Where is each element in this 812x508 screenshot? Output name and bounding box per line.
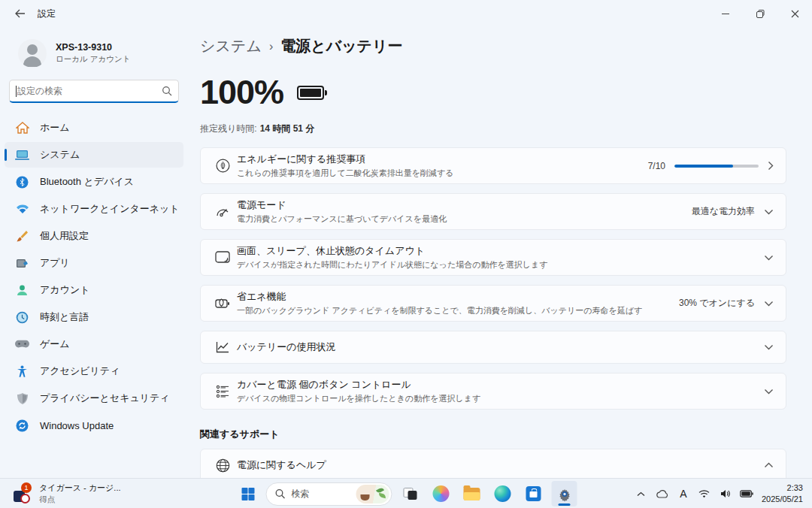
globe-icon: [208, 458, 237, 473]
chevron-down-icon: [764, 389, 774, 395]
sidebar-item-home[interactable]: ホーム: [5, 115, 183, 141]
task-view-button[interactable]: [398, 481, 423, 506]
leaf-icon: [208, 159, 237, 173]
windows-logo-icon: [241, 488, 254, 500]
minimize-button[interactable]: [708, 0, 743, 27]
card-power-help[interactable]: 電源に関するヘルプ: [200, 449, 786, 478]
wifi-icon: [15, 202, 29, 216]
settings-search: [9, 80, 179, 103]
accessibility-icon: [15, 364, 29, 379]
sidebar-item-system[interactable]: システム: [5, 142, 183, 168]
taskbar-search-label: 検索: [292, 488, 350, 500]
titlebar: 設定: [0, 0, 812, 27]
search-input[interactable]: [9, 80, 179, 103]
bluetooth-icon: [15, 175, 29, 189]
energy-progress-bar: [674, 165, 759, 168]
battery-summary: 100%: [200, 73, 786, 112]
sidebar-item-apps[interactable]: アプリ: [5, 250, 183, 276]
card-energy-recommendations[interactable]: エネルギーに関する推奨事項 これらの推奨事項を適用して二酸化炭素排出量を削減する…: [200, 147, 786, 184]
chevron-down-icon: [764, 209, 774, 215]
energy-score: 7/10: [648, 161, 665, 171]
card-screen-sleep-timeouts[interactable]: 画面、スリープ、休止状態のタイムアウト デバイスが指定された時間にわたりアイドル…: [200, 239, 786, 276]
copilot-button[interactable]: [429, 481, 454, 506]
clock-icon: [15, 310, 29, 325]
chevron-down-icon: [764, 301, 774, 307]
update-icon: [15, 419, 29, 433]
widgets-button[interactable]: 1 タイガース - カージ... 得点: [8, 481, 127, 506]
sidebar-nav: ホーム システム Bluetooth とデバイス ネットワークとインターネット …: [0, 110, 188, 438]
widget-headline: タイガース - カージ...: [39, 482, 121, 494]
sidebar: XPS-13-9310 ローカル アカウント ホーム システム Bluetoot…: [0, 27, 188, 478]
sidebar-item-privacy[interactable]: プライバシーとセキュリティ: [5, 386, 183, 411]
window-controls: [708, 0, 812, 27]
account-card[interactable]: XPS-13-9310 ローカル アカウント: [0, 33, 188, 78]
start-button[interactable]: [235, 481, 261, 506]
clock[interactable]: 2:33 2025/05/21: [759, 482, 807, 505]
sidebar-item-network[interactable]: ネットワークとインターネット: [5, 196, 183, 222]
ime-indicator[interactable]: A: [674, 482, 692, 505]
card-energy-saver[interactable]: 省エネ機能 一部のバックグラウンド アクティビティを制限することで、電力消費を削…: [200, 285, 786, 322]
sidebar-item-windows-update[interactable]: Windows Update: [5, 413, 183, 438]
gamepad-icon: [15, 337, 29, 352]
edge-button[interactable]: [490, 481, 516, 506]
card-lid-power-controls[interactable]: カバーと電源 個のボタン コントロール デバイスの物理コントロールを操作したとき…: [200, 373, 786, 410]
store-button[interactable]: [521, 481, 547, 506]
search-highlight-image: [356, 485, 389, 503]
sidebar-item-personalization[interactable]: 個人用設定: [5, 223, 183, 249]
sidebar-item-accessibility[interactable]: アクセシビリティ: [5, 358, 183, 384]
account-type: ローカル アカウント: [56, 54, 130, 65]
chevron-down-icon: [764, 255, 774, 261]
person-icon: [15, 283, 29, 298]
main-content: システム › 電源とバッテリー 100% 推定残り時間:14 時間 51 分 エ…: [188, 27, 812, 478]
brush-icon: [15, 229, 29, 243]
search-icon: [162, 86, 172, 96]
sidebar-item-accounts[interactable]: アカウント: [5, 277, 183, 303]
chevron-up-icon: [764, 462, 774, 468]
onedrive-icon[interactable]: [653, 482, 671, 505]
restore-button[interactable]: [743, 0, 777, 27]
volume-icon[interactable]: [717, 482, 735, 505]
system-icon: [15, 148, 29, 162]
hidden-icons-button[interactable]: [632, 482, 650, 505]
avatar: [18, 39, 47, 68]
battery-remaining: 推定残り時間:14 時間 51 分: [200, 122, 786, 135]
power-mode-value: 最適な電力効率: [692, 205, 755, 218]
breadcrumb: システム › 電源とバッテリー: [200, 36, 786, 56]
tray-time: 2:33: [762, 482, 803, 494]
gear-icon: [556, 486, 572, 502]
back-button[interactable]: [8, 5, 32, 23]
wifi-tray-icon[interactable]: [695, 482, 714, 505]
taskbar-search[interactable]: 検索: [266, 482, 392, 506]
file-explorer-button[interactable]: [459, 481, 485, 506]
battery-leaf-icon: [208, 298, 237, 310]
home-icon: [15, 121, 29, 135]
chart-line-icon: [208, 341, 237, 353]
sidebar-item-time-language[interactable]: 時刻と言語: [5, 304, 183, 330]
shield-icon: [15, 392, 29, 406]
notification-badge: 1: [21, 482, 32, 493]
apps-icon: [15, 256, 29, 271]
related-support-heading: 関連するサポート: [200, 428, 786, 441]
card-battery-usage[interactable]: バッテリーの使用状況: [200, 331, 786, 364]
close-button[interactable]: [777, 0, 812, 27]
battery-percent: 100%: [200, 73, 283, 112]
search-icon: [275, 488, 286, 499]
file-explorer-icon: [464, 488, 480, 500]
text-caret: [16, 86, 17, 97]
task-view-icon: [404, 488, 417, 500]
page-title: 電源とバッテリー: [280, 36, 402, 56]
battery-tray-icon[interactable]: [738, 482, 756, 505]
tray-date: 2025/05/21: [762, 494, 803, 505]
settings-cards: エネルギーに関する推奨事項 これらの推奨事項を適用して二酸化炭素排出量を削減する…: [200, 147, 786, 410]
card-power-mode[interactable]: 電源モード 電力消費とパフォーマンスに基づいてデバイスを最適化 最適な電力効率: [200, 193, 786, 230]
chevron-right-icon: [768, 161, 774, 171]
taskbar: 1 タイガース - カージ... 得点 検索: [0, 478, 812, 508]
sidebar-item-gaming[interactable]: ゲーム: [5, 331, 183, 357]
chevron-down-icon: [764, 344, 774, 350]
settings-app-button[interactable]: [552, 481, 577, 506]
sidebar-item-bluetooth[interactable]: Bluetooth とデバイス: [5, 169, 183, 195]
breadcrumb-system[interactable]: システム: [200, 36, 262, 56]
breadcrumb-separator: ›: [269, 40, 273, 53]
account-name: XPS-13-9310: [56, 42, 130, 53]
app-title: 設定: [38, 8, 56, 20]
